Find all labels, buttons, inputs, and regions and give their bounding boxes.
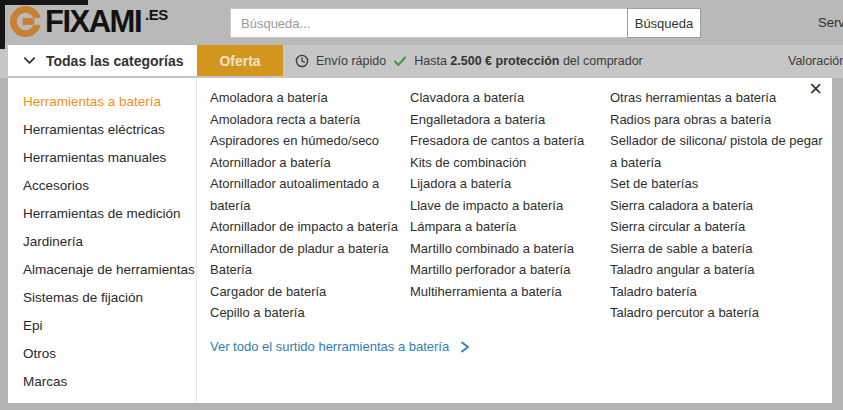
menu-link[interactable]: Taladro batería — [610, 281, 831, 303]
menu-link[interactable]: Cepillo a batería — [210, 302, 410, 324]
subcategory-column-2: Clavadora a batería Engalletadora a bate… — [410, 87, 610, 324]
menu-link[interactable]: Batería — [210, 259, 410, 281]
menu-link[interactable]: Clavadora a batería — [410, 87, 610, 109]
menu-link[interactable]: Multiherramienta a batería — [410, 281, 610, 303]
menu-link[interactable]: Radios para obras a batería — [610, 109, 831, 131]
menu-link[interactable]: Atornillador autoalimentado a batería — [210, 173, 410, 216]
header-service-link[interactable]: Servi — [818, 15, 843, 30]
menu-link[interactable]: Llave de impacto a batería — [410, 195, 610, 217]
menu-link[interactable]: Sierra circular a batería — [610, 216, 831, 238]
view-all-label: Ver todo el surtido herramientas a bater… — [210, 339, 449, 354]
menu-link[interactable]: Cargador de batería — [210, 281, 410, 303]
sidebar-item-sistemas-de-fijacion[interactable]: Sistemas de fijación — [8, 283, 196, 311]
menu-link[interactable]: Martillo combinado a batería — [410, 238, 610, 260]
chevron-down-icon — [23, 54, 36, 67]
menu-link[interactable]: Lámpara a batería — [410, 216, 610, 238]
menu-link[interactable]: Sierra de sable a batería — [610, 238, 831, 260]
categories-mega-menu: Herramientas a batería Herramientas eléc… — [8, 78, 832, 403]
chevron-right-icon — [459, 340, 471, 354]
close-icon[interactable]: × — [809, 78, 822, 100]
logo-brand-text: FIXAMI — [45, 6, 141, 37]
fixami-logo-icon — [10, 6, 41, 37]
view-all-link[interactable]: Ver todo el surtido herramientas a bater… — [210, 339, 471, 354]
subcategory-content: × Amoladora a batería Amoladora recta a … — [197, 78, 832, 403]
window-edge-top — [0, 0, 88, 5]
offer-button[interactable]: Oferta — [197, 45, 283, 76]
shipping-text: Envío rápido — [316, 54, 386, 68]
menu-link[interactable]: Aspiradores en húmedo/seco — [210, 130, 410, 152]
menu-link[interactable]: Amoladora recta a batería — [210, 109, 410, 131]
sidebar-item-otros[interactable]: Otros — [8, 339, 196, 367]
subcategory-column-3: Otras herramientas a batería Radios para… — [610, 87, 831, 324]
ratings-link[interactable]: Valoración de — [788, 54, 843, 68]
menu-link[interactable]: Otras herramientas a batería — [610, 87, 831, 109]
menu-link[interactable]: Sierra caladora a batería — [610, 195, 831, 217]
header: FIXAMI .ES Búsqueda Servi — [0, 0, 843, 45]
menu-link[interactable]: Amoladora a batería — [210, 87, 410, 109]
category-nav-bar: Todas las categorías Oferta Envío rápido… — [0, 45, 843, 78]
check-icon — [393, 54, 407, 68]
window-edge-left — [0, 0, 5, 49]
menu-link[interactable]: Lijadora a batería — [410, 173, 610, 195]
menu-link[interactable]: Taladro percutor a batería — [610, 302, 831, 324]
search-input[interactable] — [230, 8, 627, 38]
subcategory-column-1: Amoladora a batería Amoladora recta a ba… — [210, 87, 410, 324]
logo[interactable]: FIXAMI .ES — [10, 6, 168, 37]
all-categories-dropdown[interactable]: Todas las categorías — [8, 45, 197, 76]
sidebar-item-accesorios[interactable]: Accesorios — [8, 171, 196, 199]
protection-amount: 2.500 € protección — [450, 54, 559, 68]
menu-link[interactable]: Atornillador de pladur a batería — [210, 238, 410, 260]
menu-link[interactable]: Taladro angular a batería — [610, 259, 831, 281]
logo-tld-text: .ES — [145, 6, 168, 23]
search-button[interactable]: Búsqueda — [627, 8, 701, 38]
usp-bar: Envío rápido Hasta 2.500 € protección de… — [295, 45, 643, 76]
sidebar-item-herramientas-electricas[interactable]: Herramientas eléctricas — [8, 115, 196, 143]
clock-icon — [295, 54, 309, 68]
sidebar-item-almacenaje-de-herramientas[interactable]: Almacenaje de herramientas — [8, 255, 196, 283]
sidebar-item-herramientas-manuales[interactable]: Herramientas manuales — [8, 143, 196, 171]
sidebar-item-herramientas-de-medicion[interactable]: Herramientas de medición — [8, 199, 196, 227]
category-sidebar: Herramientas a batería Herramientas eléc… — [8, 78, 197, 403]
search-bar: Búsqueda — [230, 8, 701, 38]
menu-link[interactable]: Atornillador de impacto a batería — [210, 216, 410, 238]
sidebar-item-marcas[interactable]: Marcas — [8, 367, 196, 395]
menu-link[interactable]: Kits de combinación — [410, 152, 610, 174]
sidebar-item-jardineria[interactable]: Jardinería — [8, 227, 196, 255]
all-categories-label: Todas las categorías — [46, 53, 183, 69]
menu-link[interactable]: Martillo perforador a batería — [410, 259, 610, 281]
sidebar-item-epi[interactable]: Epi — [8, 311, 196, 339]
menu-link[interactable]: Atornillador a batería — [210, 152, 410, 174]
menu-link[interactable]: Sellador de silicona/ pistola de pegar a… — [610, 130, 831, 173]
sidebar-item-herramientas-a-bateria[interactable]: Herramientas a batería — [8, 87, 196, 115]
menu-link[interactable]: Set de baterías — [610, 173, 831, 195]
page: FIXAMI .ES Búsqueda Servi Todas las cate… — [0, 0, 843, 410]
menu-link[interactable]: Engalletadora a batería — [410, 109, 610, 131]
menu-link[interactable]: Fresadora de cantos a batería — [410, 130, 610, 152]
protection-text: Hasta 2.500 € protección del comprador — [414, 54, 643, 68]
